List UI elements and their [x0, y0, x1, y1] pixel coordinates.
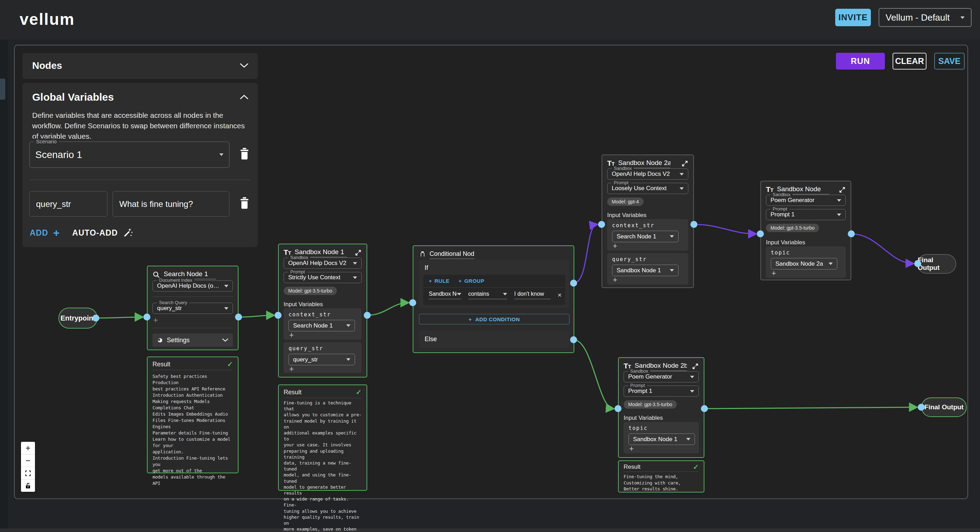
add-query-button[interactable]: +: [153, 315, 158, 325]
prompt-select[interactable]: Prompt Strictly Use Context: [284, 272, 362, 283]
variable-source-select[interactable]: Sandbox Node 2a: [771, 258, 837, 270]
document-index-select[interactable]: Document Index OpenAI Help Docs (open-ai…: [153, 280, 233, 292]
add-variable-source-button[interactable]: +: [629, 444, 634, 453]
delete-scenario-button[interactable]: [239, 148, 250, 160]
zoom-in-button[interactable]: +: [21, 442, 35, 454]
variable-block: query_str query_str +: [284, 342, 362, 373]
variable-source-value: Sandbox Node 1: [633, 436, 678, 443]
conditional-node[interactable]: Conditional Node If + RULE + GROUP: [413, 245, 574, 353]
add-variable-source-button[interactable]: +: [613, 241, 617, 251]
expand-icon[interactable]: [839, 186, 846, 193]
chevron-down-icon: [670, 235, 674, 238]
expand-icon[interactable]: [355, 249, 362, 256]
final-output-label: Final Output: [924, 403, 964, 411]
chevron-down-icon: [686, 438, 690, 440]
variable-block: topic Sandbox Node 1 +: [624, 422, 699, 453]
sandbox-select[interactable]: Sandbox Poem Generator: [766, 195, 846, 206]
add-variable-source-button[interactable]: +: [772, 269, 776, 278]
chevron-down-icon: [837, 199, 841, 202]
lock-toggle-button[interactable]: [21, 480, 35, 492]
document-index-value: OpenAI Help Docs (open-ai-help-do...: [157, 283, 220, 289]
rule-field-value: Sandbox Nod...: [429, 291, 457, 297]
sandbox-select[interactable]: Sandbox OpenAI Help Docs V2: [607, 168, 688, 179]
add-rule-button[interactable]: + RULE: [429, 278, 449, 284]
sandbox-node-2b[interactable]: TT Sandbox Node 2b Sandbox Poem Generato…: [618, 357, 705, 458]
sandbox-select[interactable]: Sandbox Poem Generator: [624, 371, 699, 383]
expand-icon[interactable]: [692, 363, 699, 370]
prompt-select[interactable]: Prompt Prompt 1: [766, 209, 846, 220]
node-title-input[interactable]: Conditional Node: [430, 250, 474, 259]
settings-label: Settings: [167, 337, 189, 344]
add-variable-source-button[interactable]: +: [289, 365, 294, 374]
entrypoint-node[interactable]: Entrypoint: [59, 308, 97, 329]
variable-name: topic: [628, 425, 648, 431]
else-label: Else: [425, 335, 437, 343]
variable-source-select[interactable]: Search Node 1: [612, 231, 679, 242]
chevron-up-icon[interactable]: [240, 95, 249, 100]
auto-add-button[interactable]: AUTO-ADD: [72, 228, 118, 238]
model-chip: Model: gpt-4: [607, 197, 644, 206]
chevron-down-icon: [224, 307, 228, 310]
variable-key-input[interactable]: query_str: [29, 191, 107, 217]
edge-if-to-sandbox2a: [574, 224, 597, 283]
variable-source-select[interactable]: query_str: [288, 354, 355, 365]
chevron-down-icon: [457, 293, 461, 295]
search-query-select[interactable]: Search Query query_str: [153, 303, 233, 314]
canvas-controls: + −: [21, 442, 35, 492]
variable-source-select[interactable]: Sandbox Node 1: [628, 434, 695, 445]
left-edge-active-tab[interactable]: [0, 79, 5, 100]
prompt-value: Prompt 1: [770, 211, 795, 218]
sandbox-node[interactable]: TT Sandbox Node Sandbox Poem Generator P…: [760, 181, 851, 280]
variable-source-value: Search Node 1: [617, 233, 656, 240]
add-condition-button[interactable]: + ADD CONDITION: [419, 314, 570, 324]
rule-operator-select[interactable]: contains: [468, 291, 507, 299]
gear-icon: [157, 337, 163, 344]
workflow-canvas[interactable]: RUN CLEAR SAVE Nodes Global Variables De…: [14, 45, 968, 499]
save-button[interactable]: SAVE: [934, 53, 965, 70]
search-query-label: Search Query: [157, 300, 189, 305]
node-divider: [153, 296, 233, 297]
prompt-label: Prompt: [288, 269, 307, 275]
invite-button[interactable]: INVITE: [835, 9, 871, 26]
add-variable-source-button[interactable]: +: [613, 275, 617, 284]
fit-view-button[interactable]: [21, 467, 35, 480]
workspace-select[interactable]: Vellum - Default: [878, 8, 972, 27]
prompt-select[interactable]: Prompt Loosely Use Context: [607, 183, 688, 194]
variable-source-select[interactable]: Search Node 1: [288, 320, 355, 331]
add-plus-icon[interactable]: +: [53, 229, 60, 237]
sandbox-node-1[interactable]: TT Sandbox Node 1 Sandbox OpenAI Help Do…: [278, 244, 367, 378]
add-group-button[interactable]: + GROUP: [458, 278, 484, 284]
else-section: Else: [419, 331, 570, 348]
rule-value-input[interactable]: I don't know: [514, 291, 550, 299]
sandbox-select[interactable]: Sandbox OpenAI Help Docs V2: [284, 257, 362, 269]
edge-sandbox2a-to-sandboxnode: [694, 224, 756, 234]
remove-rule-button[interactable]: ×: [557, 291, 562, 299]
horizontal-scrollbar[interactable]: [0, 529, 980, 532]
nodes-panel-header[interactable]: Nodes: [22, 53, 258, 79]
prompt-select[interactable]: Prompt Prompt 1: [624, 386, 699, 397]
result-text: Fine-tuning is a technique that allows y…: [284, 400, 363, 532]
settings-toggle[interactable]: Settings: [153, 333, 233, 347]
final-output-node-bottom[interactable]: Final Output: [921, 397, 967, 417]
zoom-out-button[interactable]: −: [21, 454, 35, 467]
plus-icon: +: [469, 316, 472, 322]
sandbox-node-2a[interactable]: TT Sandbox Node 2a Sandbox OpenAI Help D…: [601, 154, 694, 288]
search-node[interactable]: Search Node 1 Document Index OpenAI Help…: [147, 266, 239, 350]
rule-field-select[interactable]: Sandbox Nod...: [429, 291, 461, 299]
delete-variable-button[interactable]: [239, 197, 250, 210]
global-variables-panel: Global Variables Define variables that a…: [22, 83, 258, 247]
add-variable-button[interactable]: ADD: [30, 228, 48, 238]
success-check-icon: ✓: [356, 388, 362, 396]
result-divider: [284, 398, 362, 398]
scenario-select[interactable]: Scenario Scenario 1: [29, 141, 229, 168]
expand-icon[interactable]: [681, 160, 688, 167]
add-variable-source-button[interactable]: +: [289, 331, 294, 340]
variable-source-value: Sandbox Node 1: [617, 267, 661, 274]
magic-wand-icon[interactable]: [123, 227, 133, 238]
variable-source-select[interactable]: Sandbox Node 1: [612, 265, 679, 276]
run-button[interactable]: RUN: [836, 53, 885, 70]
variable-value-input[interactable]: What is fine tuning?: [113, 191, 229, 217]
clear-button[interactable]: CLEAR: [892, 53, 926, 70]
chevron-down-icon[interactable]: [240, 63, 249, 68]
final-output-node-top[interactable]: Final Output: [917, 254, 956, 274]
